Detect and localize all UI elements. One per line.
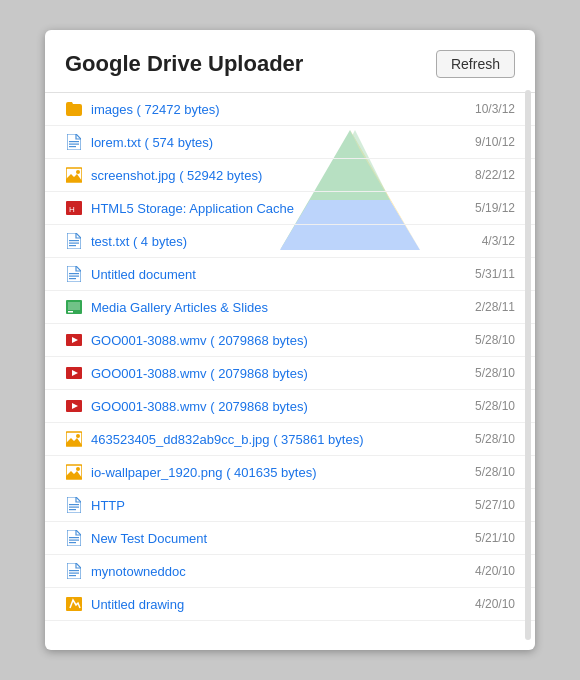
file-date: 4/20/10 xyxy=(475,597,515,611)
doc-icon xyxy=(65,265,83,283)
file-date: 5/28/10 xyxy=(475,465,515,479)
page-title: Google Drive Uploader xyxy=(65,51,303,77)
file-date: 5/28/10 xyxy=(475,432,515,446)
file-date: 5/28/10 xyxy=(475,366,515,380)
list-item[interactable]: Media Gallery Articles & Slides2/28/11 xyxy=(45,291,535,324)
list-item[interactable]: New Test Document5/21/10 xyxy=(45,522,535,555)
svg-rect-34 xyxy=(69,507,79,508)
txt-icon xyxy=(65,133,83,151)
list-item[interactable]: GOO001-3088.wmv ( 2079868 bytes)5/28/10 xyxy=(45,390,535,423)
file-name[interactable]: Media Gallery Articles & Slides xyxy=(91,300,465,315)
svg-rect-6 xyxy=(69,146,76,147)
file-name[interactable]: lorem.txt ( 574 bytes) xyxy=(91,135,465,150)
svg-rect-17 xyxy=(69,278,76,279)
file-name[interactable]: GOO001-3088.wmv ( 2079868 bytes) xyxy=(91,366,465,381)
file-date: 5/28/10 xyxy=(475,333,515,347)
file-date: 5/31/11 xyxy=(475,267,515,281)
file-name[interactable]: GOO001-3088.wmv ( 2079868 bytes) xyxy=(91,399,465,414)
img-icon xyxy=(65,166,83,184)
file-name[interactable]: test.txt ( 4 bytes) xyxy=(91,234,472,249)
svg-rect-41 xyxy=(69,575,76,576)
list-item[interactable]: Untitled drawing4/20/10 xyxy=(45,588,535,621)
header: Google Drive Uploader Refresh xyxy=(45,50,535,92)
txt-icon xyxy=(65,232,83,250)
file-list: images ( 72472 bytes)10/3/12lorem.txt ( … xyxy=(45,92,535,621)
svg-rect-33 xyxy=(69,504,79,505)
file-date: 9/10/12 xyxy=(475,135,515,149)
file-date: 8/22/12 xyxy=(475,168,515,182)
file-date: 4/3/12 xyxy=(482,234,515,248)
file-name[interactable]: Untitled document xyxy=(91,267,465,282)
list-item[interactable]: HHTML5 Storage: Application Cache5/19/12 xyxy=(45,192,535,225)
file-date: 5/28/10 xyxy=(475,399,515,413)
file-name[interactable]: HTML5 Storage: Application Cache xyxy=(91,201,465,216)
file-name[interactable]: GOO001-3088.wmv ( 2079868 bytes) xyxy=(91,333,465,348)
svg-rect-16 xyxy=(69,276,79,277)
video-icon xyxy=(65,331,83,349)
svg-point-9 xyxy=(76,170,80,174)
doc-icon xyxy=(65,562,83,580)
file-name[interactable]: mynotowneddoc xyxy=(91,564,465,579)
html-icon: H xyxy=(65,199,83,217)
file-name[interactable]: HTTP xyxy=(91,498,465,513)
svg-rect-38 xyxy=(69,542,76,543)
file-date: 5/27/10 xyxy=(475,498,515,512)
svg-rect-12 xyxy=(69,240,79,241)
svg-rect-14 xyxy=(69,245,76,246)
svg-rect-20 xyxy=(68,311,73,313)
file-date: 5/19/12 xyxy=(475,201,515,215)
img-icon xyxy=(65,463,83,481)
svg-rect-39 xyxy=(69,570,79,571)
svg-rect-36 xyxy=(69,537,79,538)
list-item[interactable]: screenshot.jpg ( 52942 bytes)8/22/12 xyxy=(45,159,535,192)
refresh-button[interactable]: Refresh xyxy=(436,50,515,78)
list-item[interactable]: mynotowneddoc4/20/10 xyxy=(45,555,535,588)
svg-rect-13 xyxy=(69,243,79,244)
svg-rect-42 xyxy=(66,597,82,611)
svg-rect-35 xyxy=(69,509,76,510)
svg-rect-15 xyxy=(69,273,79,274)
slides-icon xyxy=(65,298,83,316)
svg-point-32 xyxy=(76,467,80,471)
list-item[interactable]: images ( 72472 bytes)10/3/12 xyxy=(45,93,535,126)
file-date: 4/20/10 xyxy=(475,564,515,578)
file-name[interactable]: screenshot.jpg ( 52942 bytes) xyxy=(91,168,465,183)
file-name[interactable]: 463523405_dd832ab9cc_b.jpg ( 375861 byte… xyxy=(91,432,465,447)
list-item[interactable]: GOO001-3088.wmv ( 2079868 bytes)5/28/10 xyxy=(45,324,535,357)
video-icon xyxy=(65,397,83,415)
img-icon xyxy=(65,430,83,448)
file-date: 10/3/12 xyxy=(475,102,515,116)
file-date: 2/28/11 xyxy=(475,300,515,314)
list-item[interactable]: io-wallpaper_1920.png ( 401635 bytes)5/2… xyxy=(45,456,535,489)
drawing-icon xyxy=(65,595,83,613)
file-name[interactable]: Untitled drawing xyxy=(91,597,465,612)
list-item[interactable]: GOO001-3088.wmv ( 2079868 bytes)5/28/10 xyxy=(45,357,535,390)
svg-rect-4 xyxy=(69,141,79,142)
video-icon xyxy=(65,364,83,382)
file-name[interactable]: New Test Document xyxy=(91,531,465,546)
doc-icon xyxy=(65,529,83,547)
file-name[interactable]: images ( 72472 bytes) xyxy=(91,102,465,117)
file-date: 5/21/10 xyxy=(475,531,515,545)
svg-text:H: H xyxy=(69,205,75,214)
list-item[interactable]: Untitled document5/31/11 xyxy=(45,258,535,291)
svg-rect-37 xyxy=(69,540,79,541)
folder-icon xyxy=(65,100,83,118)
main-panel: Google Drive Uploader Refresh images ( 7… xyxy=(45,30,535,650)
scrollbar[interactable] xyxy=(525,90,531,640)
svg-rect-40 xyxy=(69,573,79,574)
file-name[interactable]: io-wallpaper_1920.png ( 401635 bytes) xyxy=(91,465,465,480)
svg-rect-19 xyxy=(68,302,80,310)
svg-rect-5 xyxy=(69,144,79,145)
list-item[interactable]: lorem.txt ( 574 bytes)9/10/12 xyxy=(45,126,535,159)
list-item[interactable]: 463523405_dd832ab9cc_b.jpg ( 375861 byte… xyxy=(45,423,535,456)
doc-icon xyxy=(65,496,83,514)
svg-point-29 xyxy=(76,434,80,438)
list-item[interactable]: test.txt ( 4 bytes)4/3/12 xyxy=(45,225,535,258)
list-item[interactable]: HTTP5/27/10 xyxy=(45,489,535,522)
